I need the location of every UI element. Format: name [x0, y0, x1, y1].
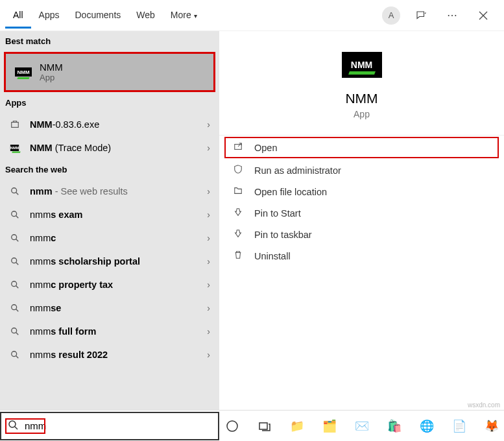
result-text: nmms exam [30, 209, 198, 220]
search-topbar: All Apps Documents Web More▾ A ⋯ [0, 0, 504, 31]
result-icon [9, 327, 21, 336]
svg-point-4 [12, 258, 17, 263]
result-item[interactable]: nmms result 2022 › [0, 343, 219, 366]
chevron-right-icon: › [207, 350, 210, 360]
best-match-sub: App [40, 73, 63, 82]
svg-point-10 [9, 421, 16, 427]
action-list: Open Run as administrator Open file loca… [219, 135, 504, 267]
chevron-right-icon: › [207, 256, 210, 267]
detail-panel: NMM NMM App Open Run as administrator Op… [219, 31, 504, 410]
svg-point-2 [12, 211, 17, 217]
action-pin-start[interactable]: Pin to Start [219, 202, 504, 224]
result-text: nmmse [30, 303, 198, 313]
explorer-icon[interactable]: 📁 [289, 418, 306, 435]
trash-icon [234, 250, 244, 261]
result-icon [9, 280, 21, 289]
result-item[interactable]: NMM NMM (Trace Mode) › [0, 136, 219, 160]
svg-rect-9 [235, 145, 242, 150]
result-text: nmmc property tax [30, 280, 198, 290]
result-icon [9, 120, 21, 129]
search-icon [8, 420, 18, 433]
notepad-icon[interactable]: 📄 [451, 418, 468, 435]
shield-icon [234, 165, 244, 176]
result-item[interactable]: nmmse › [0, 296, 219, 320]
close-icon[interactable] [473, 5, 494, 26]
result-item[interactable]: nmms full form › [0, 320, 219, 343]
action-uninstall[interactable]: Uninstall [219, 245, 504, 267]
mail-icon[interactable]: ✉️ [354, 418, 370, 435]
action-run-admin[interactable]: Run as administrator [219, 160, 504, 181]
chevron-right-icon: › [207, 233, 210, 243]
svg-point-8 [12, 352, 17, 357]
nmm-app-icon: NMM [15, 67, 32, 77]
action-open[interactable]: Open [224, 137, 499, 158]
result-item[interactable]: nmm - See web results › [0, 180, 219, 203]
store-icon[interactable]: 🛍️ [386, 418, 403, 435]
result-text: nmms full form [30, 326, 198, 337]
chevron-right-icon: › [207, 303, 210, 313]
svg-rect-0 [12, 123, 19, 128]
result-text: nmm - See web results [30, 186, 198, 197]
search-box[interactable] [0, 412, 219, 440]
result-text: nmmc [30, 233, 198, 243]
section-best-match: Best match [0, 31, 219, 51]
action-open-location[interactable]: Open file location [219, 181, 504, 202]
folder-icon [234, 186, 244, 197]
search-input[interactable] [25, 420, 211, 431]
action-pin-taskbar[interactable]: Pin to taskbar [219, 224, 504, 245]
result-text: nmms result 2022 [30, 350, 198, 360]
detail-sub: App [354, 109, 370, 119]
svg-point-6 [12, 305, 17, 310]
section-web: Search the web [0, 160, 219, 180]
taskbar: 📁 🗂️ ✉️ 🛍️ 🌐 📄 🦊 [219, 418, 504, 435]
results-panel: Best match NMM NMM App Apps NMM-0.83.6.e… [0, 31, 219, 410]
open-icon [234, 142, 244, 153]
best-match-result[interactable]: NMM NMM App [4, 52, 215, 92]
feedback-icon[interactable] [411, 5, 431, 26]
result-icon [9, 210, 21, 219]
watermark: wsxdn.com [468, 401, 500, 409]
detail-app-logo: NMM [342, 52, 382, 78]
result-icon [9, 304, 21, 313]
user-avatar[interactable]: A [382, 6, 400, 25]
tab-all[interactable]: All [5, 2, 31, 29]
chevron-right-icon: › [207, 280, 210, 290]
firefox-icon[interactable]: 🦊 [483, 418, 500, 435]
search-body: Best match NMM NMM App Apps NMM-0.83.6.e… [0, 31, 504, 410]
pin-icon [234, 229, 244, 240]
result-text: NMM-0.83.6.exe [30, 119, 198, 130]
taskview-icon[interactable] [256, 418, 273, 435]
tab-documents[interactable]: Documents [67, 2, 128, 29]
result-text: NMM (Trace Mode) [30, 143, 198, 153]
result-icon [9, 187, 21, 196]
svg-point-5 [12, 281, 17, 287]
chevron-down-icon: ▾ [194, 12, 197, 19]
result-text: nmms scholarship portal [30, 256, 198, 267]
result-item[interactable]: nmmc property tax › [0, 273, 219, 296]
result-icon [9, 350, 21, 359]
detail-title: NMM [345, 91, 378, 106]
svg-rect-12 [259, 423, 267, 429]
result-item[interactable]: nmms exam › [0, 203, 219, 226]
edge-icon[interactable]: 🌐 [418, 418, 435, 435]
svg-point-7 [12, 328, 17, 333]
chevron-right-icon: › [207, 209, 210, 220]
result-icon [9, 233, 21, 243]
tab-apps[interactable]: Apps [31, 2, 67, 29]
svg-point-3 [12, 235, 17, 240]
tab-web[interactable]: Web [128, 2, 163, 29]
result-icon [9, 257, 21, 266]
cortana-icon[interactable] [224, 418, 241, 435]
best-match-title: NMM [40, 62, 63, 73]
result-item[interactable]: NMM-0.83.6.exe › [0, 113, 219, 136]
bottom-row: 📁 🗂️ ✉️ 🛍️ 🌐 📄 🦊 [0, 410, 504, 441]
filter-tabs: All Apps Documents Web More▾ [5, 2, 205, 29]
result-item[interactable]: nmmc › [0, 226, 219, 250]
result-item[interactable]: nmms scholarship portal › [0, 250, 219, 273]
more-options-icon[interactable]: ⋯ [442, 5, 462, 26]
chevron-right-icon: › [207, 143, 210, 153]
tab-more[interactable]: More▾ [163, 2, 205, 29]
result-icon: NMM [9, 143, 21, 152]
app-icon[interactable]: 🗂️ [321, 418, 338, 435]
chevron-right-icon: › [207, 326, 210, 337]
